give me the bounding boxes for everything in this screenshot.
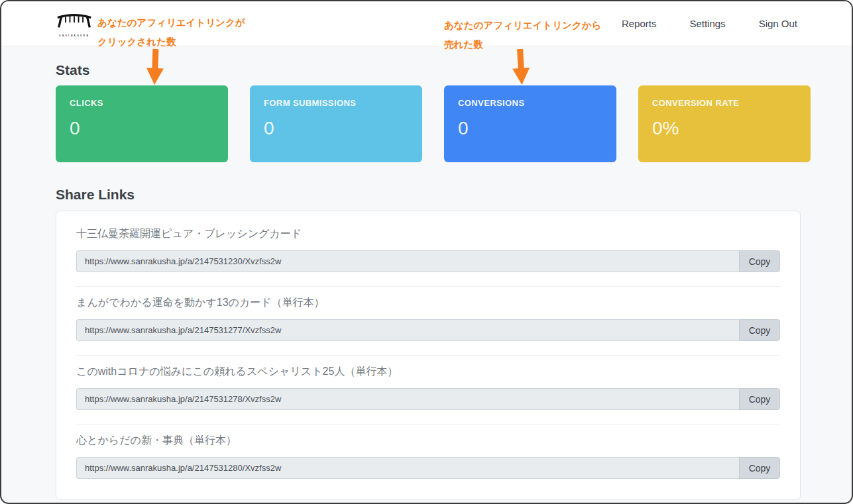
annotation-clicks-note: あなたのアフィリエイトリンクが クリックされた数 xyxy=(97,13,245,52)
share-link-title: このwithコロナの悩みにこの頼れるスペシャリスト25人（単行本） xyxy=(76,365,780,379)
stat-card-label: CONVERSION RATE xyxy=(652,98,797,108)
share-link-title: 十三仏曼荼羅開運ピュア・ブレッシングカード xyxy=(76,227,780,241)
main-content: Stats CLICKS 0 FORM SUBMISSIONS 0 CONVER… xyxy=(1,62,852,500)
torii-bridge-icon xyxy=(56,11,93,33)
logo: sanrakusha xyxy=(56,11,93,37)
stat-card-value: 0 xyxy=(70,118,214,139)
logo-text: sanrakusha xyxy=(59,34,89,37)
stat-card-value: 0 xyxy=(264,118,408,139)
share-links-card: 十三仏曼荼羅開運ピュア・ブレッシングカード Copy まんがでわかる運命を動かす… xyxy=(56,211,801,500)
down-arrow-icon xyxy=(141,47,169,86)
stat-card-label: CLICKS xyxy=(70,98,214,108)
stat-card-value: 0% xyxy=(652,118,797,139)
header-nav: Reports Settings Sign Out xyxy=(622,18,797,29)
affiliate-url-input[interactable] xyxy=(76,319,739,341)
annotation-line: あなたのアフィリエイトリンクが xyxy=(97,13,245,32)
nav-settings[interactable]: Settings xyxy=(689,18,725,29)
stat-card-label: CONVERSIONS xyxy=(458,98,602,108)
annotation-line: クリックされた数 xyxy=(97,32,245,52)
affiliate-url-input[interactable] xyxy=(76,457,739,479)
stat-card-clicks: CLICKS 0 xyxy=(56,85,228,162)
share-link-title: まんがでわかる運命を動かす13のカード（単行本） xyxy=(76,296,780,310)
copy-button[interactable]: Copy xyxy=(739,250,780,272)
stat-cards: CLICKS 0 FORM SUBMISSIONS 0 CONVERSIONS … xyxy=(56,85,808,162)
share-link-row: まんがでわかる運命を動かす13のカード（単行本） Copy xyxy=(76,287,780,356)
share-link-title: 心とからだの新・事典（単行本） xyxy=(76,434,780,448)
annotation-line: あなたのアフィリエイトリンクから xyxy=(444,16,601,35)
copy-button[interactable]: Copy xyxy=(739,388,780,410)
share-link-row: 心とからだの新・事典（単行本） Copy xyxy=(76,425,780,493)
share-link-row: 十三仏曼荼羅開運ピュア・ブレッシングカード Copy xyxy=(76,218,780,287)
page: sanrakusha Reports Settings Sign Out あなた… xyxy=(0,0,853,504)
link-input-group: Copy xyxy=(76,319,780,341)
stat-card-label: FORM SUBMISSIONS xyxy=(264,98,408,108)
share-link-row: このwithコロナの悩みにこの頼れるスペシャリスト25人（単行本） Copy xyxy=(76,356,780,425)
stat-card-conversions: CONVERSIONS 0 xyxy=(444,85,616,162)
copy-button[interactable]: Copy xyxy=(739,319,780,341)
nav-sign-out[interactable]: Sign Out xyxy=(759,18,797,29)
link-input-group: Copy xyxy=(76,457,780,479)
share-links-heading: Share Links xyxy=(56,187,808,203)
affiliate-url-input[interactable] xyxy=(76,388,739,410)
affiliate-url-input[interactable] xyxy=(76,250,739,272)
down-arrow-icon xyxy=(507,47,536,87)
stat-card-conversion-rate: CONVERSION RATE 0% xyxy=(638,85,811,162)
stat-card-value: 0 xyxy=(458,118,602,139)
link-input-group: Copy xyxy=(76,250,780,272)
stat-card-form-submissions: FORM SUBMISSIONS 0 xyxy=(250,85,422,162)
nav-reports[interactable]: Reports xyxy=(622,18,657,29)
copy-button[interactable]: Copy xyxy=(739,457,780,479)
link-input-group: Copy xyxy=(76,388,780,410)
stats-heading: Stats xyxy=(56,62,808,78)
